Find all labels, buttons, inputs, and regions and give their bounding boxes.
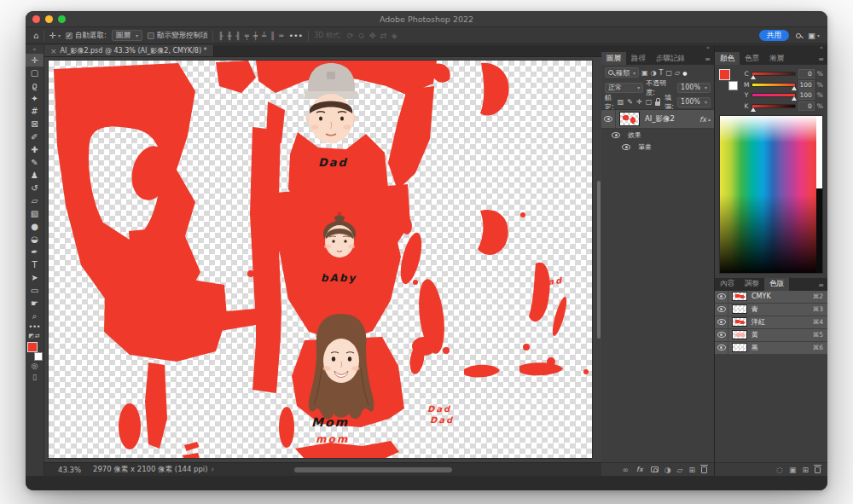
color-slider-track[interactable]	[751, 72, 796, 76]
clone-stamp-tool[interactable]: ♟	[26, 169, 44, 182]
tab-adjustments[interactable]: 調整	[740, 278, 764, 291]
layer-visibility-toggle[interactable]	[601, 110, 616, 128]
filter-type-layers-icon[interactable]: T	[659, 69, 664, 77]
toolbar-collapse-icon[interactable]: »	[32, 45, 36, 54]
lock-pixels-icon[interactable]: ✎	[627, 98, 633, 106]
fx-collapse-icon[interactable]: ▴	[708, 116, 714, 122]
shape-tool[interactable]: ▭	[26, 284, 44, 297]
channel-visibility-toggle[interactable]	[715, 316, 728, 328]
align-right-icon[interactable]: ╢	[236, 32, 241, 40]
background-color-swatch[interactable]	[34, 352, 43, 361]
show-transform-checkbox[interactable]: 顯示變形控制項	[148, 31, 208, 41]
color-value-field[interactable]: 100	[798, 90, 815, 100]
lock-artboard-icon[interactable]: ▢	[646, 98, 653, 106]
crop-tool[interactable]: #	[26, 105, 44, 118]
layer-row[interactable]: AI_影像2 fx ▴	[601, 110, 714, 129]
layer-style-icon[interactable]: fx	[635, 466, 645, 473]
tab-layers[interactable]: 圖層	[601, 52, 626, 65]
vertical-scrollbar[interactable]	[597, 181, 601, 339]
channel-visibility-toggle[interactable]	[715, 291, 728, 303]
brush-tool[interactable]: ✎	[26, 156, 44, 169]
filter-adjustment-layers-icon[interactable]: ◑	[651, 69, 657, 77]
share-button[interactable]: 共用	[759, 30, 789, 41]
effects-row[interactable]: 效果	[601, 129, 714, 141]
align-center-v-icon[interactable]: ╪	[253, 32, 258, 40]
horizontal-scrollbar[interactable]	[294, 467, 452, 472]
toolbar-more-icon[interactable]: •••	[28, 322, 40, 332]
dodge-tool[interactable]: ◒	[26, 233, 44, 246]
gradient-tool[interactable]: ▧	[26, 207, 44, 220]
eyedropper-tool[interactable]: ✐	[26, 130, 44, 143]
document-info[interactable]: 2970 像素 x 2100 像素 (144 ppi)›	[93, 465, 214, 475]
slider-thumb-icon[interactable]	[792, 86, 797, 90]
save-selection-icon[interactable]: ▣	[789, 466, 797, 474]
healing-brush-tool[interactable]: ✚	[26, 143, 44, 156]
background-color-swatch[interactable]	[728, 81, 738, 90]
color-slider-track[interactable]	[751, 83, 796, 87]
move-tool-preset-icon[interactable]: ✛▾	[49, 31, 61, 40]
channel-magenta[interactable]: 洋紅 ⌘4	[715, 316, 827, 329]
align-center-h-icon[interactable]: ╫	[228, 32, 232, 40]
effects-visibility-toggle[interactable]	[601, 129, 624, 141]
lock-all-icon[interactable]	[655, 101, 660, 106]
load-selection-icon[interactable]: ◌	[776, 466, 783, 474]
new-channel-icon[interactable]: ⊞	[802, 466, 809, 474]
eraser-tool[interactable]: ▱	[26, 194, 44, 207]
color-value-field[interactable]: 0	[798, 69, 815, 78]
auto-select-checkbox[interactable]: ✓ 自動選取:	[66, 31, 107, 41]
quick-selection-tool[interactable]: ✦	[26, 92, 44, 105]
filter-pixel-layers-icon[interactable]: ▣	[641, 69, 648, 77]
frame-tool[interactable]: ⊠	[26, 118, 44, 130]
screen-mode-button[interactable]: ▯	[32, 372, 37, 383]
channel-visibility-toggle[interactable]	[715, 329, 728, 341]
color-slider-track[interactable]	[751, 93, 796, 97]
zoom-tool[interactable]: ⌕	[26, 310, 44, 322]
document-tab[interactable]: × AI_影像2.psd @ 43.3% (AI_影像2, CMYK/8) *	[44, 45, 214, 56]
more-options-icon[interactable]: •••	[288, 31, 303, 40]
tab-swatches[interactable]: 色票	[740, 52, 764, 65]
panel-menu-icon[interactable]: ≡	[818, 55, 824, 63]
channel-black[interactable]: 黑 ⌘6	[715, 342, 827, 355]
history-brush-tool[interactable]: ↺	[26, 182, 44, 194]
delete-layer-icon[interactable]	[701, 466, 707, 473]
canvas-area[interactable]: Dad bAby Mom mom Dad Dad Dad	[44, 57, 601, 462]
channel-yellow[interactable]: 黃 ⌘5	[715, 329, 827, 342]
home-icon[interactable]: ⌂	[33, 31, 38, 40]
tab-color[interactable]: 顏色	[715, 52, 740, 65]
tab-gradients[interactable]: 漸層	[764, 52, 789, 65]
move-tool[interactable]: ✛	[26, 54, 44, 67]
distribute-v-icon[interactable]: ═	[279, 32, 283, 40]
lock-transparency-icon[interactable]: ▨	[618, 98, 624, 106]
color-spectrum-picker[interactable]	[719, 115, 823, 274]
add-mask-icon[interactable]	[651, 466, 659, 472]
panel-collapse-icon[interactable]: «	[601, 45, 714, 52]
link-layers-icon[interactable]: ∞	[623, 466, 630, 474]
tab-history[interactable]: 步驟記錄	[651, 52, 690, 65]
pen-tool[interactable]: ✒	[26, 246, 44, 258]
slider-thumb-icon[interactable]	[751, 107, 756, 112]
lasso-tool[interactable]: ϱ	[26, 79, 44, 92]
document-canvas[interactable]: Dad bAby Mom mom Dad Dad Dad	[49, 61, 592, 458]
channel-visibility-toggle[interactable]	[715, 342, 728, 354]
auto-select-dropdown[interactable]: 圖層 ▾	[112, 30, 142, 41]
filter-smart-objects-icon[interactable]: ▱	[675, 69, 680, 77]
minimize-window-button[interactable]	[45, 15, 53, 23]
filter-shape-layers-icon[interactable]: ▢	[665, 69, 672, 77]
foreground-color-swatch[interactable]	[27, 342, 38, 352]
delete-channel-icon[interactable]	[815, 466, 821, 473]
panel-collapse-icon[interactable]: «	[715, 45, 827, 52]
opacity-dropdown[interactable]: 100% ▾	[677, 83, 711, 93]
filter-toggle-icon[interactable]: ●	[682, 70, 687, 76]
lock-position-icon[interactable]: ✛	[636, 98, 642, 106]
align-bottom-icon[interactable]: ╧	[262, 32, 266, 40]
panel-menu-icon[interactable]: ≡	[705, 55, 711, 63]
panel-menu-icon[interactable]: ≡	[818, 281, 824, 289]
layer-filter-dropdown[interactable]: 種類 ▾	[605, 67, 639, 78]
stroke-visibility-toggle[interactable]	[601, 141, 634, 153]
align-left-icon[interactable]: ╟	[218, 32, 223, 40]
adjustment-layer-icon[interactable]: ◑	[664, 466, 671, 474]
tab-paths[interactable]: 路徑	[626, 52, 651, 65]
channel-visibility-toggle[interactable]	[715, 304, 728, 316]
color-slider-track[interactable]	[751, 104, 796, 108]
tab-properties[interactable]: 內容	[715, 278, 740, 291]
